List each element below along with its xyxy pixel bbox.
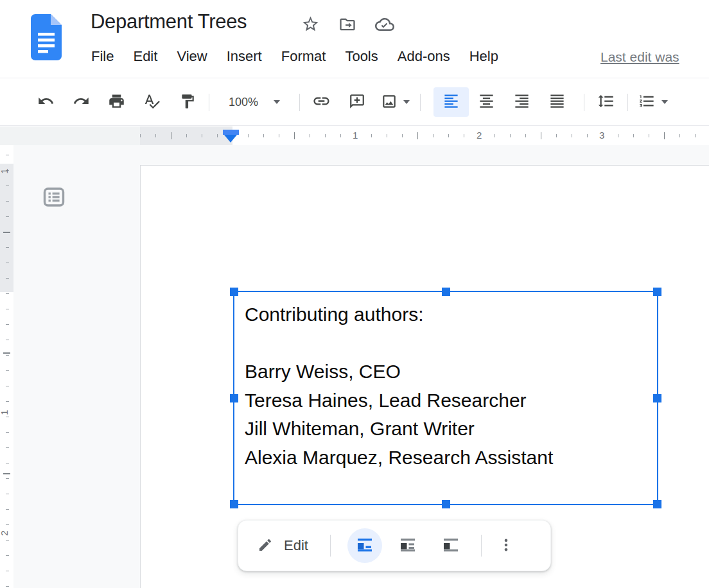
vertical-ruler-number: 1	[0, 410, 10, 415]
menu-item-tools[interactable]: Tools	[335, 45, 387, 68]
title-actions	[298, 13, 397, 37]
textbox-line: Teresa Haines, Lead Researcher	[245, 386, 553, 415]
image-dropdown-arrow-icon	[403, 100, 410, 104]
edit-drawing-button[interactable]: Edit	[258, 537, 308, 555]
undo-button[interactable]	[28, 87, 64, 117]
link-icon	[312, 92, 331, 112]
insert-link-button[interactable]	[304, 87, 339, 117]
star-icon	[301, 15, 320, 35]
redo-icon	[73, 92, 90, 112]
selection-handle-top-right[interactable]	[653, 288, 661, 296]
image-icon	[381, 93, 398, 112]
textbox-line	[245, 329, 553, 358]
document-canvas: 1 1 2 Contributing authors:	[0, 145, 709, 588]
pencil-icon	[258, 537, 273, 555]
zoom-value: 100%	[229, 96, 258, 109]
align-left-icon	[442, 92, 460, 112]
ruler-number: 3	[597, 130, 607, 141]
wrap-text-icon	[401, 538, 415, 554]
toolbar: 100%	[0, 79, 709, 126]
menu-bar: File Edit View Insert Format Tools Add-o…	[82, 45, 508, 68]
break-text-icon	[444, 538, 458, 554]
spellcheck-icon	[143, 92, 161, 112]
textbox-line: Alexia Marquez, Research Assistant	[245, 444, 553, 472]
numbered-list-button[interactable]	[632, 87, 674, 117]
add-comment-button[interactable]	[339, 87, 374, 117]
selection-handle-left[interactable]	[230, 394, 238, 402]
drawing-context-toolbar: Edit	[238, 520, 551, 571]
selection-handle-top[interactable]	[442, 288, 450, 296]
selection-handle-bottom-right[interactable]	[653, 500, 661, 508]
selected-text-box[interactable]: Contributing authors: Barry Weiss, CEO T…	[233, 291, 658, 505]
menu-item-insert[interactable]: Insert	[217, 45, 272, 68]
vertical-ruler-number: 1	[0, 168, 10, 173]
folder-move-icon	[338, 15, 356, 35]
move-button[interactable]	[335, 13, 360, 37]
redo-button[interactable]	[64, 87, 99, 117]
toolbar-divider	[299, 94, 300, 111]
align-right-button[interactable]	[504, 87, 539, 117]
context-toolbar-divider	[481, 535, 482, 557]
selection-handle-bottom[interactable]	[442, 500, 450, 508]
context-toolbar-divider	[330, 535, 331, 557]
doc-title[interactable]: Department Trees	[91, 10, 247, 33]
justify-button[interactable]	[539, 87, 575, 117]
break-text-button[interactable]	[433, 528, 468, 563]
selection-handle-top-left[interactable]	[230, 288, 238, 296]
left-indent-marker[interactable]	[224, 135, 237, 143]
docs-logo-icon[interactable]	[30, 13, 63, 62]
selection-handle-bottom-left[interactable]	[230, 500, 238, 508]
ruler-number: 2	[474, 130, 484, 141]
toolbar-divider	[627, 94, 628, 111]
vertical-ruler: 1 1 2	[0, 145, 13, 588]
menu-item-help[interactable]: Help	[460, 45, 508, 68]
more-options-button[interactable]	[493, 531, 519, 560]
header: Department Trees File Edit View	[0, 0, 709, 78]
line-spacing-button[interactable]	[588, 87, 624, 117]
toolbar-divider	[209, 94, 209, 111]
text-box-content: Contributing authors: Barry Weiss, CEO T…	[245, 300, 553, 472]
vertical-ruler-number: 2	[0, 530, 10, 535]
toolbar-divider	[420, 94, 421, 111]
align-center-button[interactable]	[469, 87, 504, 117]
numbered-list-icon	[638, 92, 656, 112]
vertical-ruler-major-ticks	[3, 145, 10, 588]
insert-image-button[interactable]	[374, 87, 416, 117]
numbered-list-dropdown-arrow-icon	[661, 100, 668, 104]
ruler-number: 1	[350, 130, 360, 141]
paint-format-button[interactable]	[170, 87, 205, 117]
menu-item-file[interactable]: File	[82, 45, 123, 68]
line-spacing-icon	[597, 92, 615, 112]
google-docs-window: Department Trees File Edit View	[0, 0, 709, 588]
paint-format-icon	[179, 93, 196, 112]
cloud-check-icon	[375, 15, 394, 36]
horizontal-ruler: 1 2 3	[0, 126, 709, 145]
first-line-indent-marker[interactable]	[223, 130, 239, 135]
star-button[interactable]	[298, 13, 322, 37]
menu-item-view[interactable]: View	[167, 45, 216, 68]
spellcheck-button[interactable]	[134, 87, 170, 117]
align-right-icon	[513, 92, 530, 112]
print-icon	[108, 92, 125, 112]
wrap-text-button[interactable]	[390, 528, 425, 563]
toolbar-divider	[584, 94, 584, 111]
document-status-button[interactable]	[372, 13, 397, 37]
selection-handle-right[interactable]	[653, 394, 661, 402]
edit-label: Edit	[284, 537, 308, 554]
justify-icon	[548, 92, 566, 112]
show-outline-button[interactable]	[39, 182, 69, 213]
add-comment-icon	[349, 93, 365, 112]
document-outline-icon	[41, 184, 67, 212]
print-button[interactable]	[99, 87, 134, 117]
wrap-inline-button[interactable]	[347, 528, 382, 563]
menu-item-edit[interactable]: Edit	[123, 45, 167, 68]
zoom-select[interactable]: 100%	[213, 87, 295, 117]
align-left-button[interactable]	[433, 87, 469, 117]
menu-item-addons[interactable]: Add-ons	[388, 45, 460, 68]
undo-icon	[37, 92, 55, 112]
menu-item-format[interactable]: Format	[272, 45, 336, 68]
align-center-icon	[478, 92, 495, 112]
wrap-inline-icon	[358, 538, 372, 554]
textbox-line: Jill Whiteman, Grant Writer	[245, 415, 553, 444]
last-edit-link[interactable]: Last edit was	[600, 49, 679, 65]
